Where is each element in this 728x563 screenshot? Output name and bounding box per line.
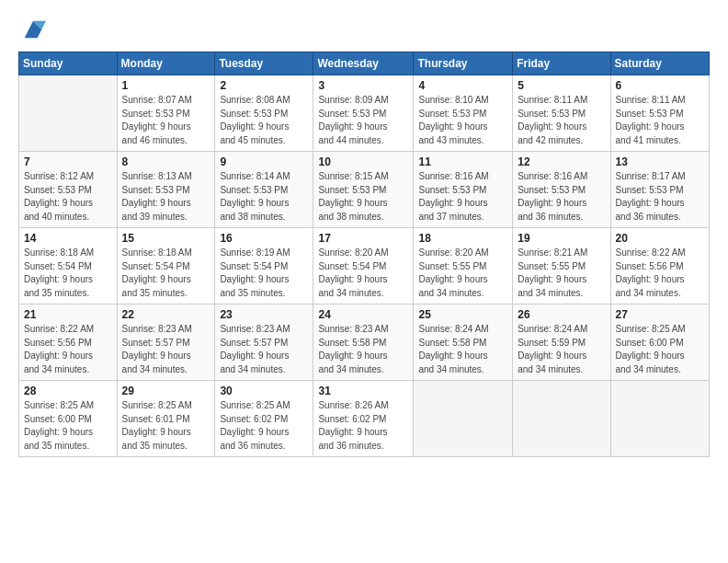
day-header: Thursday — [414, 52, 513, 75]
day-number: 2 — [220, 79, 308, 92]
calendar-cell: 12Sunrise: 8:16 AM Sunset: 5:53 PM Dayli… — [513, 152, 610, 228]
day-info: Sunrise: 8:17 AM Sunset: 5:53 PM Dayligh… — [616, 170, 704, 224]
day-number: 7 — [24, 155, 112, 168]
header-row: SundayMondayTuesdayWednesdayThursdayFrid… — [19, 52, 710, 75]
day-header: Wednesday — [313, 52, 414, 75]
day-header: Friday — [513, 52, 610, 75]
day-number: 25 — [418, 308, 507, 321]
day-info: Sunrise: 8:10 AM Sunset: 5:53 PM Dayligh… — [418, 94, 507, 147]
day-number: 8 — [122, 155, 210, 168]
week-row: 14Sunrise: 8:18 AM Sunset: 5:54 PM Dayli… — [19, 228, 710, 304]
day-info: Sunrise: 8:13 AM Sunset: 5:53 PM Dayligh… — [122, 170, 210, 224]
day-number: 1 — [122, 79, 210, 92]
calendar-cell: 14Sunrise: 8:18 AM Sunset: 5:54 PM Dayli… — [19, 228, 118, 304]
calendar-cell: 31Sunrise: 8:26 AM Sunset: 6:02 PM Dayli… — [313, 381, 414, 457]
calendar-cell — [610, 381, 709, 457]
calendar-cell: 10Sunrise: 8:15 AM Sunset: 5:53 PM Dayli… — [313, 152, 414, 228]
day-info: Sunrise: 8:23 AM Sunset: 5:57 PM Dayligh… — [122, 323, 210, 376]
calendar-cell: 28Sunrise: 8:25 AM Sunset: 6:00 PM Dayli… — [19, 381, 118, 457]
calendar-cell — [414, 381, 513, 457]
calendar-cell: 25Sunrise: 8:24 AM Sunset: 5:58 PM Dayli… — [414, 304, 513, 381]
logo — [18, 17, 46, 42]
day-number: 27 — [616, 308, 704, 321]
day-number: 31 — [318, 385, 408, 397]
day-number: 5 — [518, 79, 605, 92]
day-info: Sunrise: 8:25 AM Sunset: 6:01 PM Dayligh… — [122, 399, 210, 453]
calendar-cell: 7Sunrise: 8:12 AM Sunset: 5:53 PM Daylig… — [19, 152, 118, 228]
day-info: Sunrise: 8:14 AM Sunset: 5:53 PM Dayligh… — [220, 170, 308, 224]
day-number: 26 — [518, 308, 605, 321]
day-info: Sunrise: 8:16 AM Sunset: 5:53 PM Dayligh… — [518, 170, 605, 224]
day-number: 13 — [616, 155, 704, 168]
day-info: Sunrise: 8:26 AM Sunset: 6:02 PM Dayligh… — [318, 399, 408, 453]
day-info: Sunrise: 8:08 AM Sunset: 5:53 PM Dayligh… — [220, 94, 308, 147]
day-info: Sunrise: 8:24 AM Sunset: 5:59 PM Dayligh… — [518, 323, 605, 376]
day-info: Sunrise: 8:15 AM Sunset: 5:53 PM Dayligh… — [318, 170, 408, 224]
day-info: Sunrise: 8:23 AM Sunset: 5:57 PM Dayligh… — [220, 323, 308, 376]
day-info: Sunrise: 8:16 AM Sunset: 5:53 PM Dayligh… — [418, 170, 507, 224]
calendar-cell: 27Sunrise: 8:25 AM Sunset: 6:00 PM Dayli… — [610, 304, 709, 381]
calendar-cell: 11Sunrise: 8:16 AM Sunset: 5:53 PM Dayli… — [414, 152, 513, 228]
day-info: Sunrise: 8:11 AM Sunset: 5:53 PM Dayligh… — [518, 94, 605, 147]
day-number: 11 — [418, 155, 507, 168]
week-row: 21Sunrise: 8:22 AM Sunset: 5:56 PM Dayli… — [19, 304, 710, 381]
calendar-cell: 17Sunrise: 8:20 AM Sunset: 5:54 PM Dayli… — [313, 228, 414, 304]
day-number: 9 — [220, 155, 308, 168]
day-number: 4 — [418, 79, 507, 92]
day-number: 21 — [24, 308, 112, 321]
day-info: Sunrise: 8:18 AM Sunset: 5:54 PM Dayligh… — [122, 247, 210, 300]
day-info: Sunrise: 8:18 AM Sunset: 5:54 PM Dayligh… — [24, 247, 112, 300]
calendar-cell: 1Sunrise: 8:07 AM Sunset: 5:53 PM Daylig… — [117, 75, 215, 152]
logo-icon — [20, 17, 46, 42]
calendar-cell: 4Sunrise: 8:10 AM Sunset: 5:53 PM Daylig… — [414, 75, 513, 152]
day-info: Sunrise: 8:25 AM Sunset: 6:00 PM Dayligh… — [24, 399, 112, 453]
calendar-cell: 19Sunrise: 8:21 AM Sunset: 5:55 PM Dayli… — [513, 228, 610, 304]
day-number: 12 — [518, 155, 605, 168]
calendar-cell: 23Sunrise: 8:23 AM Sunset: 5:57 PM Dayli… — [215, 304, 313, 381]
calendar-cell: 20Sunrise: 8:22 AM Sunset: 5:56 PM Dayli… — [610, 228, 709, 304]
day-info: Sunrise: 8:20 AM Sunset: 5:54 PM Dayligh… — [318, 247, 408, 300]
day-number: 23 — [220, 308, 308, 321]
day-number: 6 — [616, 79, 704, 92]
week-row: 28Sunrise: 8:25 AM Sunset: 6:00 PM Dayli… — [19, 381, 710, 457]
day-info: Sunrise: 8:20 AM Sunset: 5:55 PM Dayligh… — [418, 247, 507, 300]
calendar-cell: 8Sunrise: 8:13 AM Sunset: 5:53 PM Daylig… — [117, 152, 215, 228]
day-header: Saturday — [610, 52, 709, 75]
calendar-cell: 21Sunrise: 8:22 AM Sunset: 5:56 PM Dayli… — [19, 304, 118, 381]
day-number: 10 — [318, 155, 408, 168]
day-number: 17 — [318, 232, 408, 245]
calendar-cell: 22Sunrise: 8:23 AM Sunset: 5:57 PM Dayli… — [117, 304, 215, 381]
day-info: Sunrise: 8:25 AM Sunset: 6:00 PM Dayligh… — [616, 323, 704, 376]
calendar-cell: 2Sunrise: 8:08 AM Sunset: 5:53 PM Daylig… — [215, 75, 313, 152]
day-info: Sunrise: 8:22 AM Sunset: 5:56 PM Dayligh… — [24, 323, 112, 376]
calendar-cell: 30Sunrise: 8:25 AM Sunset: 6:02 PM Dayli… — [215, 381, 313, 457]
calendar-cell: 29Sunrise: 8:25 AM Sunset: 6:01 PM Dayli… — [117, 381, 215, 457]
day-info: Sunrise: 8:21 AM Sunset: 5:55 PM Dayligh… — [518, 247, 605, 300]
calendar-cell: 13Sunrise: 8:17 AM Sunset: 5:53 PM Dayli… — [610, 152, 709, 228]
calendar-cell: 24Sunrise: 8:23 AM Sunset: 5:58 PM Dayli… — [313, 304, 414, 381]
calendar-cell: 6Sunrise: 8:11 AM Sunset: 5:53 PM Daylig… — [610, 75, 709, 152]
day-info: Sunrise: 8:19 AM Sunset: 5:54 PM Dayligh… — [220, 247, 308, 300]
day-number: 15 — [122, 232, 210, 245]
day-number: 20 — [616, 232, 704, 245]
day-number: 30 — [220, 385, 308, 397]
day-number: 28 — [24, 385, 112, 397]
header — [18, 17, 710, 42]
day-header: Tuesday — [215, 52, 313, 75]
calendar-cell — [19, 75, 118, 152]
day-number: 16 — [220, 232, 308, 245]
day-info: Sunrise: 8:25 AM Sunset: 6:02 PM Dayligh… — [220, 399, 308, 453]
day-number: 22 — [122, 308, 210, 321]
day-header: Sunday — [19, 52, 118, 75]
calendar-cell: 3Sunrise: 8:09 AM Sunset: 5:53 PM Daylig… — [313, 75, 414, 152]
day-info: Sunrise: 8:11 AM Sunset: 5:53 PM Dayligh… — [616, 94, 704, 147]
calendar-cell — [513, 381, 610, 457]
calendar-cell: 16Sunrise: 8:19 AM Sunset: 5:54 PM Dayli… — [215, 228, 313, 304]
calendar-cell: 9Sunrise: 8:14 AM Sunset: 5:53 PM Daylig… — [215, 152, 313, 228]
day-number: 24 — [318, 308, 408, 321]
day-info: Sunrise: 8:22 AM Sunset: 5:56 PM Dayligh… — [616, 247, 704, 300]
calendar-cell: 26Sunrise: 8:24 AM Sunset: 5:59 PM Dayli… — [513, 304, 610, 381]
day-info: Sunrise: 8:24 AM Sunset: 5:58 PM Dayligh… — [418, 323, 507, 376]
day-number: 3 — [318, 79, 408, 92]
week-row: 1Sunrise: 8:07 AM Sunset: 5:53 PM Daylig… — [19, 75, 710, 152]
